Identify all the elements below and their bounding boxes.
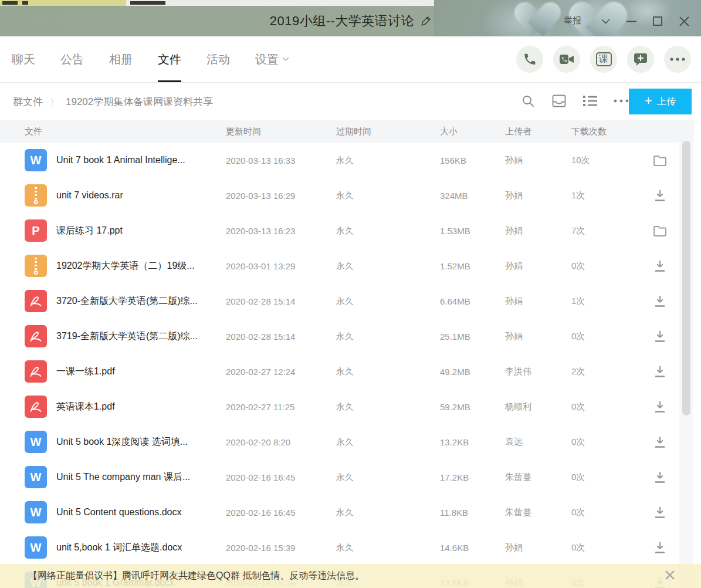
download-icon[interactable]	[653, 400, 666, 413]
file-uploader: 孙娟	[505, 331, 571, 342]
download-icon[interactable]	[653, 189, 666, 202]
file-download-count: 0次	[571, 401, 648, 413]
close-button[interactable]	[677, 14, 691, 28]
video-call-button[interactable]	[553, 46, 580, 73]
open-folder-icon[interactable]	[653, 154, 667, 167]
table-row[interactable]: unit 7 videos.rar 2020-03-13 16:29 永久 32…	[0, 178, 694, 213]
table-row[interactable]: W unit 5,book 1 词汇单选题.docx 2020-02-16 15…	[0, 530, 694, 565]
table-row[interactable]: W Unit 5 book 1深度阅读 选词填... 2020-02-20 8:…	[0, 424, 694, 459]
file-expiry: 永久	[336, 507, 440, 518]
course-button[interactable]: 课	[590, 46, 617, 73]
download-icon[interactable]	[653, 435, 666, 448]
table-row[interactable]: W Unit 5 Content questions.docx 2020-02-…	[0, 495, 694, 530]
file-expiry: 永久	[336, 366, 440, 377]
file-updated-time: 2020-03-13 16:29	[226, 191, 336, 201]
list-view-icon[interactable]	[583, 93, 598, 109]
inbox-tray-icon[interactable]	[551, 93, 567, 109]
table-row[interactable]: 19202学期大学英语（二）19级... 2020-03-01 13:29 永久…	[0, 248, 694, 283]
breadcrumb: 群文件 〉 19202学期集体备课网课资料共享	[13, 95, 213, 109]
tab-albums[interactable]: 相册	[109, 36, 133, 82]
more-actions-button[interactable]	[664, 46, 691, 73]
file-uploader: 李洪伟	[505, 366, 571, 377]
pdf-file-icon	[25, 396, 47, 418]
file-name[interactable]: Unit 5 Content questions.docx	[56, 507, 226, 518]
file-uploader: 孙娟	[505, 296, 571, 307]
file-uploader: 孙娟	[505, 155, 571, 166]
tab-announcements[interactable]: 公告	[60, 36, 84, 82]
maximize-button[interactable]	[651, 14, 665, 28]
notice-banner-text: 【网络正能量倡议书】腾讯呼吁网友共建绿色QQ群 抵制色情、反动等违法信息。	[28, 570, 364, 582]
tab-bar: 聊天 公告 相册 文件 活动 设置 课	[0, 36, 701, 83]
table-row[interactable]: 一课一练1.pdf 2020-02-27 12:24 永久 49.2MB 李洪伟…	[0, 354, 694, 389]
file-updated-time: 2020-02-16 16:45	[226, 472, 336, 482]
new-topic-button[interactable]	[627, 46, 654, 73]
file-expiry: 永久	[336, 296, 440, 307]
table-row[interactable]: W Unit 7 book 1 Animal Intellige... 2020…	[0, 143, 694, 178]
file-name[interactable]: unit 7 videos.rar	[56, 190, 226, 201]
table-row[interactable]: W Unit 5 The company man 课后... 2020-02-1…	[0, 459, 694, 495]
download-icon[interactable]	[653, 471, 666, 484]
open-folder-icon[interactable]	[653, 225, 667, 237]
file-uploader: 朱蕾蔓	[505, 472, 571, 483]
file-name[interactable]: 19202学期大学英语（二）19级...	[56, 260, 226, 272]
scrollbar-thumb[interactable]	[682, 141, 690, 415]
file-name[interactable]: unit 5,book 1 词汇单选题.docx	[56, 542, 226, 554]
file-name[interactable]: Unit 5 book 1深度阅读 选词填...	[56, 436, 226, 448]
breadcrumb-root[interactable]: 群文件	[13, 95, 43, 109]
tab-files[interactable]: 文件	[158, 36, 181, 82]
file-updated-time: 2020-02-28 15:14	[226, 332, 336, 342]
breadcrumb-current: 19202学期集体备课网课资料共享	[66, 95, 213, 109]
file-updated-time: 2020-03-13 16:23	[226, 226, 336, 236]
table-row[interactable]: 3719-全新版大学英语(第二版)综... 2020-02-28 15:14 永…	[0, 319, 694, 354]
file-expiry: 永久	[336, 225, 440, 236]
file-name[interactable]: 3720-全新版大学英语(第二版)综...	[56, 295, 226, 307]
file-size: 17.2KB	[440, 472, 505, 482]
tab-chat[interactable]: 聊天	[12, 36, 35, 82]
qq-group-window: 2019小组--大学英语讨论 举报 聊天 公告 相册 文件 活动 设置	[0, 0, 701, 588]
file-size: 14.6KB	[440, 543, 505, 553]
chevron-down-icon	[282, 57, 289, 62]
file-expiry: 永久	[336, 472, 440, 483]
file-download-count: 0次	[571, 437, 648, 448]
file-size: 1.52MB	[440, 261, 505, 271]
table-row[interactable]: 3720-全新版大学英语(第二版)综... 2020-02-28 15:14 永…	[0, 283, 694, 319]
file-download-count: 1次	[571, 296, 648, 307]
column-header-size: 大小	[440, 126, 505, 137]
file-name[interactable]: 一课一练1.pdf	[56, 366, 226, 378]
banner-close-icon[interactable]	[665, 570, 676, 582]
download-icon[interactable]	[653, 365, 666, 378]
download-icon[interactable]	[653, 259, 666, 272]
word-file-icon: W	[25, 466, 47, 488]
download-icon[interactable]	[653, 541, 666, 554]
more-options-icon[interactable]	[614, 93, 629, 109]
download-icon[interactable]	[653, 330, 666, 343]
voice-call-button[interactable]	[516, 46, 543, 73]
upload-button[interactable]: + 上传	[629, 89, 692, 114]
tab-activities[interactable]: 活动	[206, 36, 230, 82]
search-icon[interactable]	[520, 93, 536, 109]
file-name[interactable]: Unit 7 book 1 Animal Intellige...	[56, 155, 226, 165]
file-name[interactable]: 英语课本1.pdf	[56, 401, 226, 413]
file-name[interactable]: Unit 5 The company man 课后...	[56, 471, 226, 484]
edit-title-icon[interactable]	[420, 16, 431, 27]
chevron-down-icon[interactable]	[598, 14, 612, 28]
table-row[interactable]: P 课后练习 17.ppt 2020-03-13 16:23 永久 1.53MB…	[0, 213, 694, 248]
report-link[interactable]: 举报	[564, 15, 581, 26]
download-icon[interactable]	[653, 506, 666, 519]
table-row[interactable]: 英语课本1.pdf 2020-02-27 11:25 永久 59.2MB 杨顺利…	[0, 389, 694, 424]
file-updated-time: 2020-02-27 11:25	[226, 402, 336, 412]
tab-settings[interactable]: 设置	[255, 36, 289, 82]
minimize-button[interactable]	[624, 14, 638, 28]
file-size: 59.2MB	[440, 402, 505, 412]
file-size: 11.8KB	[440, 508, 505, 518]
group-title: 2019小组--大学英语讨论	[270, 12, 415, 30]
file-name[interactable]: 课后练习 17.ppt	[56, 225, 226, 237]
word-file-icon: W	[25, 501, 47, 523]
plus-icon: +	[645, 94, 652, 107]
file-name[interactable]: 3719-全新版大学英语(第二版)综...	[56, 330, 226, 343]
file-updated-time: 2020-02-16 15:39	[226, 543, 336, 553]
word-file-icon: W	[25, 149, 47, 171]
file-expiry: 永久	[336, 155, 440, 166]
download-icon[interactable]	[653, 295, 666, 307]
file-uploader: 袁远	[505, 437, 571, 448]
